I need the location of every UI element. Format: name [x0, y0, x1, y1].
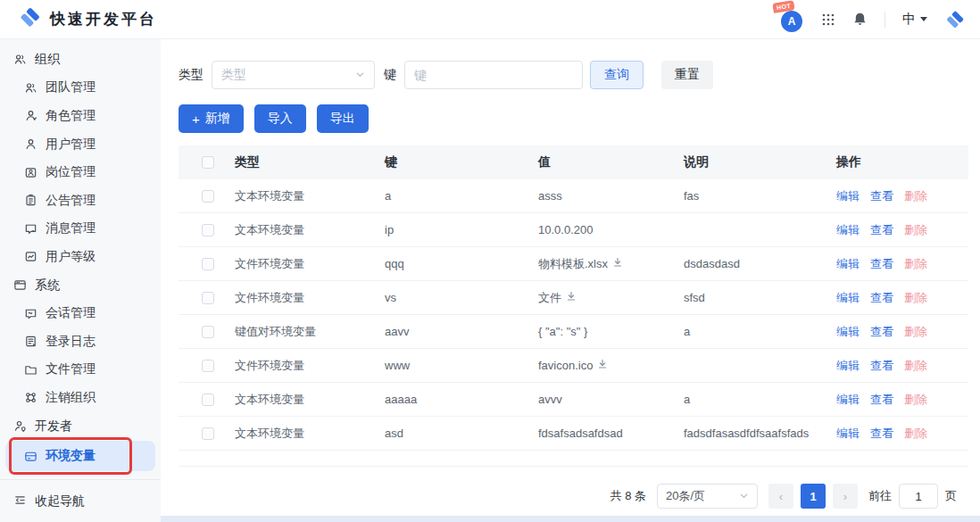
filter-bar: 类型 类型 键 查询 重置 [179, 61, 964, 89]
sidebar-item-position-management[interactable]: 岗位管理 [0, 158, 161, 186]
cell-type: 文本环境变量 [235, 426, 385, 442]
cell-value-text: 10.0.0.200 [538, 223, 593, 236]
page-button-1[interactable]: 1 [801, 484, 826, 509]
view-link[interactable]: 查看 [870, 392, 893, 408]
delete-link[interactable]: 删除 [904, 256, 927, 272]
select-all-checkbox[interactable] [202, 156, 214, 169]
sidebar-item-label: 公告管理 [46, 193, 96, 209]
key-filter-input[interactable] [404, 61, 583, 89]
row-checkbox[interactable] [202, 360, 214, 372]
row-checkbox[interactable] [202, 224, 214, 236]
language-selector[interactable]: 中 [902, 11, 927, 28]
sidebar-item-label: 消息管理 [46, 220, 96, 236]
type-select-placeholder: 类型 [221, 67, 246, 83]
row-checkbox[interactable] [202, 427, 214, 440]
import-button[interactable]: 导入 [254, 104, 306, 133]
search-button[interactable]: 查询 [590, 61, 644, 89]
sidebar-item-file-management[interactable]: 文件管理 [0, 356, 161, 385]
apps-grid-icon[interactable] [821, 12, 835, 27]
delete-link[interactable]: 删除 [904, 426, 927, 442]
sidebar: 组织 团队管理 角色管理 用户管理 岗位管理 公告管理 [0, 39, 161, 522]
sidebar-item-deregister-organization[interactable]: 注销组织 [0, 384, 161, 412]
cell-value-text: { "a": "s" } [538, 325, 587, 338]
export-button[interactable]: 导出 [317, 104, 369, 133]
sidebar-section-label: 组织 [35, 52, 60, 68]
table-row: 文件环境变量 www favicon.ico 编辑 查看 删除 [179, 349, 968, 383]
view-link[interactable]: 查看 [870, 222, 893, 238]
position-icon [24, 166, 37, 179]
sidebar-item-label: 会话管理 [46, 305, 96, 321]
sidebar-item-message-management[interactable]: 消息管理 [0, 215, 161, 244]
edit-link[interactable]: 编辑 [836, 392, 860, 408]
view-link[interactable]: 查看 [870, 426, 893, 442]
topbar-actions: A HOT 中 [781, 8, 966, 31]
file-icon [24, 363, 37, 377]
cell-type: 文本环境变量 [235, 188, 385, 204]
team-icon [24, 81, 37, 95]
page-size-select[interactable]: 20条/页 [657, 484, 758, 509]
view-link[interactable]: 查看 [870, 290, 893, 306]
sidebar-item-team-management[interactable]: 团队管理 [0, 74, 161, 103]
sidebar-item-user-management[interactable]: 用户管理 [0, 130, 161, 159]
sidebar-item-label: 团队管理 [46, 79, 96, 95]
sidebar-section-system[interactable]: 系统 [0, 271, 161, 300]
type-filter-select[interactable]: 类型 [212, 61, 375, 89]
delete-link[interactable]: 删除 [904, 222, 927, 238]
ai-assistant-icon: A [781, 11, 802, 32]
delete-link[interactable]: 删除 [904, 358, 927, 374]
cell-value-text: 文件 [538, 290, 561, 306]
row-checkbox[interactable] [202, 394, 214, 406]
edit-link[interactable]: 编辑 [836, 290, 860, 306]
edit-link[interactable]: 编辑 [836, 324, 860, 340]
edit-link[interactable]: 编辑 [836, 256, 860, 272]
file-download-link[interactable]: favicon.ico [538, 359, 608, 372]
add-button[interactable]: + 新增 [179, 104, 244, 133]
view-link[interactable]: 查看 [870, 188, 893, 204]
brand-mark-icon[interactable] [944, 9, 966, 30]
row-checkbox[interactable] [202, 258, 214, 270]
next-page-button[interactable]: › [833, 484, 858, 509]
delete-link[interactable]: 删除 [904, 188, 927, 204]
view-link[interactable]: 查看 [870, 324, 893, 340]
sidebar-section-developer[interactable]: 开发者 [0, 412, 161, 441]
view-link[interactable]: 查看 [870, 358, 893, 374]
row-checkbox[interactable] [202, 190, 214, 203]
prev-page-button[interactable]: ‹ [768, 484, 793, 509]
sidebar-item-environment-variables[interactable]: 环境变量 [5, 441, 155, 471]
delete-link[interactable]: 删除 [904, 290, 927, 306]
cell-key: www [385, 359, 538, 372]
sidebar-item-announcement-management[interactable]: 公告管理 [0, 186, 161, 215]
cell-value: asss [538, 189, 684, 203]
edit-link[interactable]: 编辑 [836, 426, 860, 442]
file-download-link[interactable]: 物料模板.xlsx [538, 256, 623, 272]
table-row: 文件环境变量 qqq 物料模板.xlsx dsdasdasd 编辑 查看 删除 [179, 247, 968, 281]
collapse-nav-button[interactable]: 收起导航 [0, 479, 161, 522]
sidebar-item-login-log[interactable]: 登录日志 [0, 327, 161, 356]
horizontal-scrollbar[interactable] [161, 516, 980, 522]
sidebar-item-user-level[interactable]: 用户等级 [0, 243, 161, 271]
sidebar-item-role-management[interactable]: 角色管理 [0, 102, 161, 130]
row-checkbox[interactable] [202, 292, 214, 304]
goto-page-input[interactable] [899, 484, 938, 509]
edit-link[interactable]: 编辑 [836, 358, 860, 374]
delete-link[interactable]: 删除 [904, 324, 927, 340]
file-download-link[interactable]: 文件 [538, 290, 577, 306]
delete-link[interactable]: 删除 [904, 392, 927, 408]
notification-bell-icon[interactable] [852, 12, 868, 27]
user-icon [24, 137, 37, 151]
edit-link[interactable]: 编辑 [836, 222, 860, 238]
reset-button[interactable]: 重置 [661, 61, 713, 89]
sidebar-section-organization[interactable]: 组织 [0, 46, 161, 74]
row-checkbox[interactable] [202, 326, 214, 338]
sidebar-section-label: 开发者 [35, 418, 72, 435]
env-variable-table: 类型 键 值 说明 操作 文本环境变量 a asss fas 编辑 查看 删除 … [179, 145, 968, 451]
sidebar-item-session-management[interactable]: 会话管理 [0, 299, 161, 327]
cell-value-text: avvv [538, 393, 562, 406]
cell-desc: a [684, 325, 836, 338]
cell-key: aaaaa [385, 393, 538, 406]
cell-desc: fas [684, 189, 836, 203]
view-link[interactable]: 查看 [870, 256, 893, 272]
edit-link[interactable]: 编辑 [836, 188, 860, 204]
ai-assistant-button[interactable]: A HOT [781, 8, 804, 31]
chevron-down-icon [739, 490, 749, 503]
